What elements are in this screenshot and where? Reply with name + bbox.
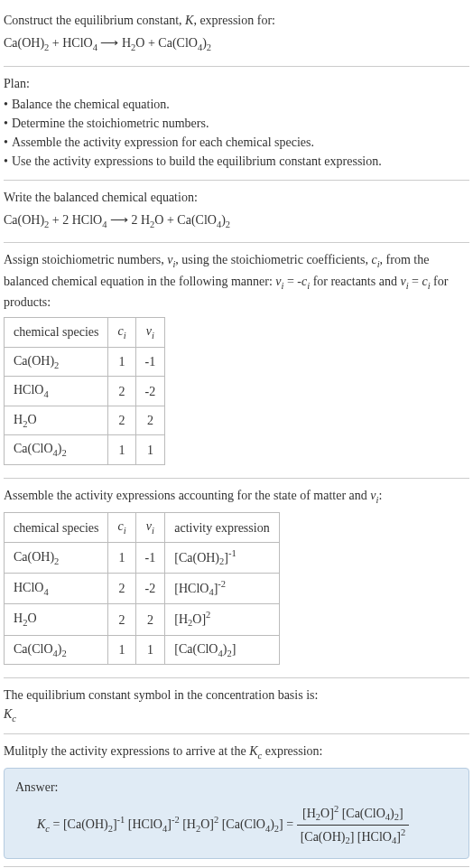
cell-ci: 1 bbox=[108, 435, 135, 465]
cell-ci: 2 bbox=[108, 574, 135, 604]
plan-item: •Assemble the activity expression for ea… bbox=[4, 133, 469, 152]
table-row: Ca(OH)2 1 -1 bbox=[5, 347, 165, 377]
plan-item: •Use the activity expressions to build t… bbox=[4, 152, 469, 171]
cell-species: H2O bbox=[5, 406, 108, 435]
table-row: HClO4 2 -2 bbox=[5, 377, 165, 406]
intro-section: Construct the equilibrium constant, K, e… bbox=[4, 4, 469, 67]
stoich-table: chemical species ci νi Ca(OH)2 1 -1 HClO… bbox=[4, 317, 165, 465]
cell-vi: 2 bbox=[135, 406, 165, 435]
table-row: Ca(OH)2 1 -1 [Ca(OH)2]-1 bbox=[5, 543, 280, 574]
col-vi: νi bbox=[135, 513, 165, 543]
fraction-denominator: [Ca(OH)2] [HClO4]2 bbox=[297, 826, 409, 848]
cell-expr: [Ca(ClO4)2] bbox=[165, 635, 279, 665]
cell-vi: -1 bbox=[135, 543, 165, 574]
answer-label: Answer: bbox=[15, 778, 458, 797]
table-header-row: chemical species ci νi activity expressi… bbox=[5, 513, 280, 543]
cell-ci: 2 bbox=[108, 604, 135, 635]
table-row: Ca(ClO4)2 1 1 [Ca(ClO4)2] bbox=[5, 635, 280, 665]
activity-table: chemical species ci νi activity expressi… bbox=[4, 512, 280, 665]
stoich-text: Assign stoichiometric numbers, νi, using… bbox=[4, 250, 469, 312]
cell-vi: 1 bbox=[135, 435, 165, 465]
col-vi: νi bbox=[135, 318, 165, 348]
symbol-section: The equilibrium constant symbol in the c… bbox=[4, 678, 469, 734]
col-species: chemical species bbox=[5, 513, 108, 543]
table-row: H2O 2 2 bbox=[5, 406, 165, 435]
table-header-row: chemical species ci νi bbox=[5, 318, 165, 348]
cell-species: Ca(OH)2 bbox=[5, 543, 108, 574]
cell-vi: -1 bbox=[135, 347, 165, 377]
plan-list: •Balance the chemical equation. •Determi… bbox=[4, 95, 469, 171]
answer-expression: Kc = [Ca(OH)2]-1 [HClO4]-2 [H2O]2 [Ca(Cl… bbox=[15, 802, 458, 848]
col-ci: ci bbox=[108, 318, 135, 348]
multiply-section: Mulitply the activity expressions to arr… bbox=[4, 734, 469, 867]
cell-species: Ca(ClO4)2 bbox=[5, 435, 108, 465]
answer-box: Answer: Kc = [Ca(OH)2]-1 [HClO4]-2 [H2O]… bbox=[4, 768, 469, 858]
cell-ci: 2 bbox=[108, 377, 135, 406]
plan-heading: Plan: bbox=[4, 74, 469, 93]
balanced-heading: Write the balanced chemical equation: bbox=[4, 188, 469, 207]
intro-text: Construct the equilibrium constant, K, e… bbox=[4, 11, 469, 30]
symbol-heading: The equilibrium constant symbol in the c… bbox=[4, 686, 469, 705]
cell-ci: 1 bbox=[108, 543, 135, 574]
table-row: H2O 2 2 [H2O]2 bbox=[5, 604, 280, 635]
cell-species: Ca(ClO4)2 bbox=[5, 635, 108, 665]
cell-expr: [H2O]2 bbox=[165, 604, 279, 635]
cell-species: HClO4 bbox=[5, 574, 108, 604]
activity-heading: Assemble the activity expressions accoun… bbox=[4, 486, 469, 508]
cell-ci: 1 bbox=[108, 635, 135, 665]
activity-section: Assemble the activity expressions accoun… bbox=[4, 479, 469, 678]
cell-species: HClO4 bbox=[5, 377, 108, 406]
cell-vi: -2 bbox=[135, 574, 165, 604]
multiply-heading: Mulitply the activity expressions to arr… bbox=[4, 742, 469, 763]
col-species: chemical species bbox=[5, 318, 108, 348]
cell-ci: 1 bbox=[108, 347, 135, 377]
symbol-value: Kc bbox=[4, 705, 469, 726]
balanced-section: Write the balanced chemical equation: Ca… bbox=[4, 181, 469, 244]
col-ci: ci bbox=[108, 513, 135, 543]
cell-expr: [HClO4]-2 bbox=[165, 574, 279, 604]
cell-ci: 2 bbox=[108, 406, 135, 435]
plan-section: Plan: •Balance the chemical equation. •D… bbox=[4, 67, 469, 181]
col-expr: activity expression bbox=[165, 513, 279, 543]
cell-vi: 1 bbox=[135, 635, 165, 665]
stoich-section: Assign stoichiometric numbers, νi, using… bbox=[4, 243, 469, 479]
intro-equation: Ca(OH)2 + HClO4 ⟶ H2O + Ca(ClO4)2 bbox=[4, 33, 469, 55]
cell-species: H2O bbox=[5, 604, 108, 635]
cell-vi: 2 bbox=[135, 604, 165, 635]
balanced-equation: Ca(OH)2 + 2 HClO4 ⟶ 2 H2O + Ca(ClO4)2 bbox=[4, 210, 469, 232]
cell-species: Ca(OH)2 bbox=[5, 347, 108, 377]
table-row: Ca(ClO4)2 1 1 bbox=[5, 435, 165, 465]
cell-expr: [Ca(OH)2]-1 bbox=[165, 543, 279, 574]
plan-item: •Determine the stoichiometric numbers. bbox=[4, 114, 469, 133]
plan-item: •Balance the chemical equation. bbox=[4, 95, 469, 114]
fraction-numerator: [H2O]2 [Ca(ClO4)2] bbox=[297, 802, 409, 826]
table-row: HClO4 2 -2 [HClO4]-2 bbox=[5, 574, 280, 604]
cell-vi: -2 bbox=[135, 377, 165, 406]
